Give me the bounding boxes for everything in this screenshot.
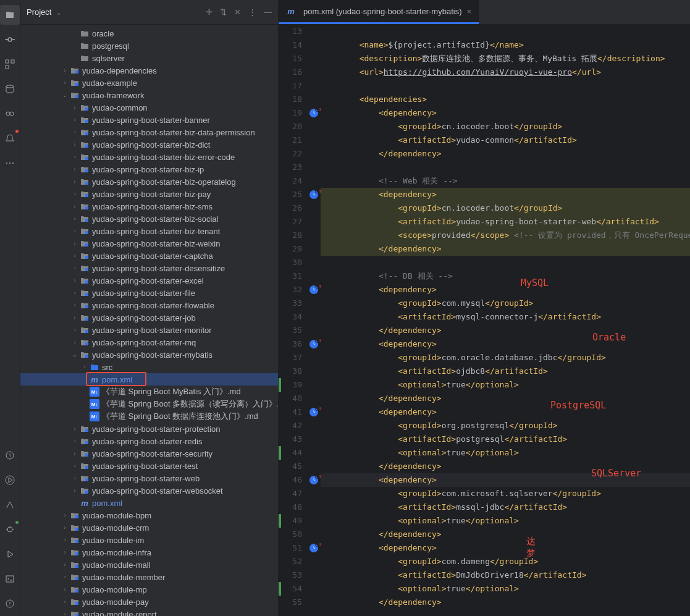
tree-arrow[interactable]: › xyxy=(70,129,80,135)
code-line[interactable]: <artifactId>mysql-connector-j</artifactI… xyxy=(321,310,690,324)
tree-arrow[interactable]: › xyxy=(70,339,80,345)
copilot-tool-icon[interactable] xyxy=(0,104,20,124)
code-line[interactable]: <groupId>com.microsoft.sqlserver</groupI… xyxy=(321,487,690,500)
dependency-marker-icon[interactable]: ↑ xyxy=(309,285,318,294)
code-line[interactable]: <!-- Web 相关 --> xyxy=(321,174,690,188)
code-line[interactable]: </dependency> xyxy=(321,324,690,337)
code-line[interactable]: <url>https://github.com/YunaiV/ruoyi-vue… xyxy=(321,65,690,79)
tree-item-yudao-spring-boot-starter-biz-weixin[interactable]: ›yudao-spring-boot-starter-biz-weixin xyxy=(20,237,278,250)
tree-arrow[interactable]: › xyxy=(70,475,80,481)
tree-item-sqlserver[interactable]: sqlserver xyxy=(20,52,278,64)
project-tool-icon[interactable] xyxy=(0,5,20,25)
database-tool-icon[interactable] xyxy=(0,79,20,99)
tree-item--spring-boot-md[interactable]: 《芋道 Spring Boot 多数据源（读写分离）入门》.md xyxy=(20,398,278,410)
more-tool-icon[interactable] xyxy=(0,153,20,173)
debug-tool-icon[interactable] xyxy=(0,520,20,539)
tree-arrow[interactable]: › xyxy=(70,463,80,469)
commit-tool-icon[interactable] xyxy=(0,30,20,49)
structure-tool-icon[interactable] xyxy=(0,54,20,74)
tree-arrow[interactable]: › xyxy=(70,228,80,234)
tree-item-yudao-spring-boot-starter-biz-tenant[interactable]: ›yudao-spring-boot-starter-biz-tenant xyxy=(20,225,278,237)
hide-panel-icon[interactable]: — xyxy=(264,7,272,17)
tree-item-oracle[interactable]: oracle xyxy=(20,27,278,40)
tree-item-yudao-spring-boot-starter-redis[interactable]: ›yudao-spring-boot-starter-redis xyxy=(20,435,278,447)
tree-item-yudao-module-pay[interactable]: ›yudao-module-pay xyxy=(20,596,278,608)
tree-item-src[interactable]: ›src xyxy=(20,361,278,373)
tree-item-yudao-framework[interactable]: ⌄yudao-framework xyxy=(20,89,278,101)
dependency-marker-icon[interactable]: ↑ xyxy=(309,109,318,117)
code-line[interactable]: <artifactId>ojdbc8</artifactId> xyxy=(321,365,690,378)
tree-item-yudao-dependencies[interactable]: ›yudao-dependencies xyxy=(20,64,278,77)
tree-arrow[interactable]: › xyxy=(60,549,70,555)
tree-arrow[interactable]: › xyxy=(70,426,80,432)
tree-item-yudao-spring-boot-starter-biz-dict[interactable]: ›yudao-spring-boot-starter-biz-dict xyxy=(20,138,278,151)
panel-title[interactable]: Project ⌄ xyxy=(27,7,61,17)
tree-arrow[interactable]: ⌄ xyxy=(70,352,80,358)
code-line[interactable]: <optional>true</optional> xyxy=(321,582,690,596)
tree-item-yudao-module-mall[interactable]: ›yudao-module-mall xyxy=(20,559,278,571)
code-line[interactable]: </dependency> xyxy=(321,147,690,161)
tree-item-yudao-spring-boot-starter-flowable[interactable]: ›yudao-spring-boot-starter-flowable xyxy=(20,299,278,311)
code-line[interactable]: <artifactId>mssql-jdbc</artifactId> xyxy=(321,500,690,514)
tree-item-yudao-spring-boot-starter-web[interactable]: ›yudao-spring-boot-starter-web xyxy=(20,472,278,484)
project-tree[interactable]: oraclepostgresqlsqlserver›yudao-dependen… xyxy=(20,25,278,616)
code-line[interactable]: <dependency> xyxy=(321,405,690,419)
dependency-marker-icon[interactable]: ↑ xyxy=(309,544,318,552)
terminal-tool-icon[interactable] xyxy=(0,569,20,589)
tree-item-yudao-spring-boot-starter-captcha[interactable]: ›yudao-spring-boot-starter-captcha xyxy=(20,250,278,262)
tree-item-yudao-module-member[interactable]: ›yudao-module-member xyxy=(20,571,278,583)
tree-arrow[interactable]: › xyxy=(70,203,80,209)
tree-arrow[interactable]: › xyxy=(70,487,80,494)
tree-item-yudao-spring-boot-starter-protection[interactable]: ›yudao-spring-boot-starter-protection xyxy=(20,423,278,435)
code-line[interactable]: <dependency> xyxy=(321,337,690,351)
expand-all-icon[interactable]: ⇅ xyxy=(220,7,227,17)
tree-item-yudao-spring-boot-starter-excel[interactable]: ›yudao-spring-boot-starter-excel xyxy=(20,274,278,287)
code-line[interactable]: <artifactId>yudao-common</artifactId> xyxy=(321,133,690,147)
tree-arrow[interactable]: › xyxy=(70,141,80,148)
tree-item-yudao-module-crm[interactable]: ›yudao-module-crm xyxy=(20,521,278,534)
dependency-marker-icon[interactable]: ↑ xyxy=(309,340,318,348)
code-line[interactable]: <groupId>cn.iocoder.boot</groupId> xyxy=(321,120,690,133)
tree-arrow[interactable]: › xyxy=(60,611,70,616)
tree-item-yudao-spring-boot-starter-security[interactable]: ›yudao-spring-boot-starter-security xyxy=(20,447,278,460)
tree-arrow[interactable]: › xyxy=(70,265,80,271)
code-line[interactable]: <dependency> xyxy=(321,188,690,201)
tree-arrow[interactable]: › xyxy=(70,191,80,197)
tree-arrow[interactable]: › xyxy=(70,117,80,123)
tree-arrow[interactable]: › xyxy=(70,277,80,284)
tree-arrow[interactable]: › xyxy=(70,253,80,259)
code-line[interactable]: <groupId>cn.iocoder.boot</groupId> xyxy=(321,201,690,215)
tree-arrow[interactable]: › xyxy=(60,599,70,605)
tree-item-yudao-module-mp[interactable]: ›yudao-module-mp xyxy=(20,583,278,596)
code-line[interactable]: <scope>provided</scope> <!-- 设置为 provide… xyxy=(321,229,690,242)
close-icon[interactable]: × xyxy=(466,7,471,16)
code-line[interactable]: <optional>true</optional> xyxy=(321,446,690,460)
code-line[interactable]: </dependency> xyxy=(321,528,690,541)
tree-arrow[interactable]: › xyxy=(70,438,80,444)
tree-item-yudao-example[interactable]: ›yudao-example xyxy=(20,77,278,89)
code-line[interactable]: <artifactId>yudao-spring-boot-starter-we… xyxy=(321,215,690,229)
tree-arrow[interactable]: › xyxy=(70,179,80,185)
tree-arrow[interactable]: › xyxy=(70,166,80,172)
tree-arrow[interactable]: ⌄ xyxy=(60,92,70,98)
code-line[interactable]: <!-- DB 相关 --> xyxy=(321,269,690,283)
tree-arrow[interactable]: › xyxy=(70,314,80,321)
code-line[interactable]: <dependency> xyxy=(321,541,690,555)
code-line[interactable] xyxy=(321,25,690,38)
code-line[interactable]: <description>数据库连接池、多数据源、事务、MyBatis 拓展</… xyxy=(321,52,690,65)
tree-item-yudao-spring-boot-starter-biz-data-permission[interactable]: ›yudao-spring-boot-starter-biz-data-perm… xyxy=(20,126,278,138)
code-line[interactable]: <name>${project.artifactId}</name> xyxy=(321,38,690,52)
tree-item-yudao-spring-boot-starter-websocket[interactable]: ›yudao-spring-boot-starter-websocket xyxy=(20,484,278,497)
dependency-marker-icon[interactable]: ↑ xyxy=(309,408,318,416)
code-line[interactable]: <optional>true</optional> xyxy=(321,514,690,528)
code-line[interactable] xyxy=(321,256,690,269)
tree-item-yudao-spring-boot-starter-biz-social[interactable]: ›yudao-spring-boot-starter-biz-social xyxy=(20,213,278,225)
services-tool-icon[interactable] xyxy=(0,470,20,490)
tree-arrow[interactable]: › xyxy=(60,67,70,74)
panel-options-icon[interactable]: ⋮ xyxy=(248,7,256,17)
tree-arrow[interactable]: › xyxy=(60,574,70,580)
code-line[interactable] xyxy=(321,161,690,174)
tree-item-yudao-spring-boot-starter-mq[interactable]: ›yudao-spring-boot-starter-mq xyxy=(20,336,278,348)
tree-item-yudao-module-bpm[interactable]: ›yudao-module-bpm xyxy=(20,509,278,521)
tree-item-yudao-spring-boot-starter-file[interactable]: ›yudao-spring-boot-starter-file xyxy=(20,287,278,299)
